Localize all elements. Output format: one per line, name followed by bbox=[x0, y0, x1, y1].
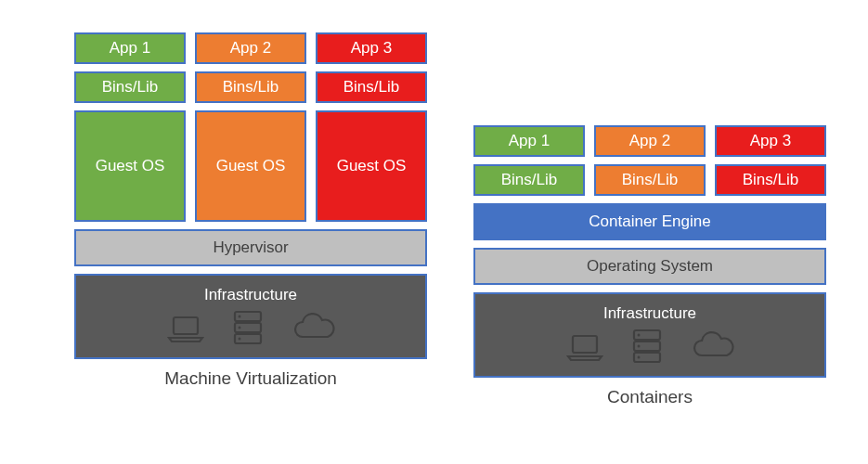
server-icon bbox=[630, 329, 664, 366]
containers-stack: App 1 App 2 App 3 Bins/Lib Bins/Lib Bins… bbox=[473, 32, 826, 407]
server-icon bbox=[231, 310, 265, 347]
vm-bins-1: Bins/Lib bbox=[74, 71, 186, 103]
operating-system-layer: Operating System bbox=[473, 248, 826, 285]
virtualization-vs-containers-diagram: App 1 App 2 App 3 Bins/Lib Bins/Lib Bins… bbox=[0, 0, 868, 426]
laptop-icon bbox=[164, 314, 207, 343]
container-bins-2: Bins/Lib bbox=[594, 164, 706, 196]
svg-point-6 bbox=[239, 338, 241, 341]
container-bins-3: Bins/Lib bbox=[715, 164, 826, 196]
vm-guest-os-1: Guest OS bbox=[74, 110, 186, 222]
container-infra-icons bbox=[564, 329, 736, 366]
container-infrastructure-layer: Infrastructure bbox=[473, 292, 826, 378]
vm-infra-icons bbox=[164, 310, 337, 347]
svg-point-12 bbox=[638, 345, 641, 348]
container-infrastructure-label: Infrastructure bbox=[603, 304, 696, 323]
vm-app-1: App 1 bbox=[74, 32, 186, 64]
container-bins-1: Bins/Lib bbox=[473, 164, 585, 196]
container-engine-layer: Container Engine bbox=[473, 203, 826, 240]
vm-app-2: App 2 bbox=[195, 32, 306, 64]
vm-guest-os-2: Guest OS bbox=[195, 110, 306, 222]
cloud-icon bbox=[688, 331, 736, 363]
vm-guest-os-3: Guest OS bbox=[316, 110, 427, 222]
svg-point-11 bbox=[638, 334, 641, 337]
vm-infrastructure-layer: Infrastructure bbox=[74, 274, 427, 359]
container-app-2: App 2 bbox=[594, 125, 706, 157]
hypervisor-layer: Hypervisor bbox=[74, 229, 427, 266]
container-apps-row: App 1 App 2 App 3 bbox=[473, 125, 826, 157]
vm-bins-2: Bins/Lib bbox=[195, 71, 306, 103]
container-caption: Containers bbox=[473, 387, 826, 407]
vm-bins-3: Bins/Lib bbox=[316, 71, 427, 103]
svg-rect-7 bbox=[573, 336, 597, 353]
container-app-3: App 3 bbox=[715, 125, 826, 157]
vm-apps-row: App 1 App 2 App 3 bbox=[74, 32, 427, 64]
vm-infrastructure-label: Infrastructure bbox=[204, 286, 297, 304]
container-bins-row: Bins/Lib Bins/Lib Bins/Lib bbox=[473, 164, 826, 196]
svg-rect-0 bbox=[174, 317, 198, 334]
container-app-1: App 1 bbox=[473, 125, 585, 157]
vm-guest-row: Guest OS Guest OS Guest OS bbox=[74, 110, 427, 222]
vm-caption: Machine Virtualization bbox=[74, 368, 427, 389]
laptop-icon bbox=[564, 332, 606, 362]
machine-virtualization-stack: App 1 App 2 App 3 Bins/Lib Bins/Lib Bins… bbox=[74, 32, 427, 407]
vm-app-3: App 3 bbox=[316, 32, 427, 64]
cloud-icon bbox=[289, 313, 337, 344]
svg-point-4 bbox=[239, 316, 241, 318]
svg-point-5 bbox=[239, 327, 241, 329]
vm-bins-row: Bins/Lib Bins/Lib Bins/Lib bbox=[74, 71, 427, 103]
svg-point-13 bbox=[638, 356, 641, 359]
